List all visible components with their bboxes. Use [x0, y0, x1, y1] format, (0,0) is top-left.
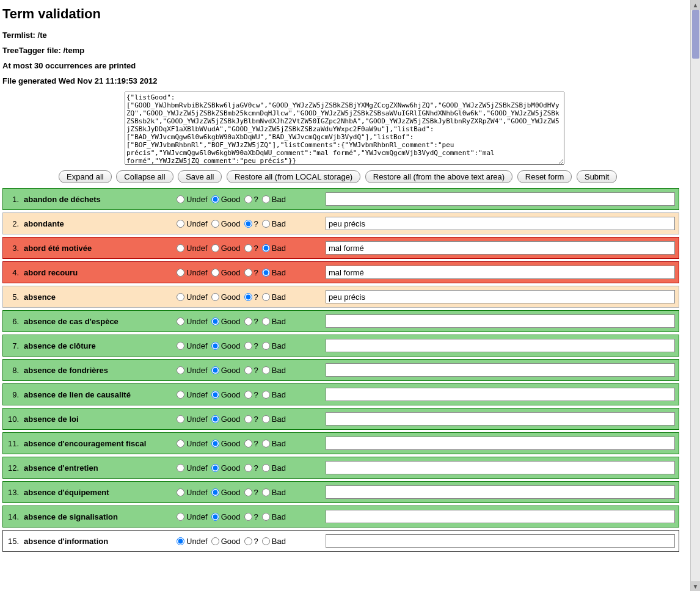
- radio-bof-label[interactable]: ?: [244, 512, 258, 521]
- radio-good[interactable]: [211, 366, 219, 374]
- radio-undef-label[interactable]: Undef: [177, 219, 208, 228]
- radio-bof-label[interactable]: ?: [244, 415, 258, 424]
- radio-bof-label[interactable]: ?: [244, 292, 258, 302]
- radio-good[interactable]: [211, 391, 219, 399]
- comment-input[interactable]: [326, 412, 675, 426]
- radio-good-label[interactable]: Good: [211, 268, 241, 277]
- radio-bof[interactable]: [244, 513, 252, 521]
- radio-undef-label[interactable]: Undef: [177, 439, 208, 448]
- row-term[interactable]: absence d'encouragement fiscal: [21, 439, 174, 448]
- expand-all-button[interactable]: Expand all: [59, 170, 112, 183]
- radio-good-label[interactable]: Good: [211, 244, 241, 253]
- radio-bof[interactable]: [244, 244, 252, 252]
- radio-bof-label[interactable]: ?: [244, 537, 258, 546]
- row-term[interactable]: absence de fondrières: [21, 366, 174, 375]
- row-term[interactable]: absence de clôture: [21, 341, 174, 350]
- radio-bad[interactable]: [262, 391, 270, 399]
- submit-button[interactable]: Submit: [577, 170, 617, 183]
- row-term[interactable]: absence de loi: [21, 415, 174, 424]
- radio-bad[interactable]: [262, 195, 270, 203]
- radio-bad-label[interactable]: Bad: [262, 463, 286, 473]
- comment-input[interactable]: [326, 363, 675, 377]
- radio-good-label[interactable]: Good: [211, 512, 241, 521]
- radio-undef-label[interactable]: Undef: [177, 317, 208, 326]
- radio-good[interactable]: [211, 440, 219, 448]
- radio-bof-label[interactable]: ?: [244, 366, 258, 375]
- radio-bof-label[interactable]: ?: [244, 341, 258, 350]
- radio-good-label[interactable]: Good: [211, 390, 241, 399]
- radio-undef[interactable]: [177, 269, 184, 277]
- radio-good-label[interactable]: Good: [211, 317, 241, 326]
- radio-undef[interactable]: [177, 513, 184, 521]
- radio-bad-label[interactable]: Bad: [262, 390, 286, 399]
- radio-good-label[interactable]: Good: [211, 463, 241, 473]
- row-term[interactable]: absence de signalisation: [21, 512, 174, 521]
- radio-good-label[interactable]: Good: [211, 195, 241, 204]
- json-dump-textarea[interactable]: [125, 92, 564, 165]
- row-term[interactable]: absence de lien de causalité: [21, 390, 174, 399]
- radio-good[interactable]: [211, 415, 219, 423]
- radio-bof-label[interactable]: ?: [244, 268, 258, 277]
- radio-undef[interactable]: [177, 293, 184, 301]
- radio-undef-label[interactable]: Undef: [177, 244, 208, 253]
- radio-bad-label[interactable]: Bad: [262, 488, 286, 497]
- radio-bof[interactable]: [244, 464, 252, 472]
- row-term[interactable]: abandon de déchets: [21, 195, 174, 204]
- radio-undef[interactable]: [177, 244, 184, 252]
- radio-undef[interactable]: [177, 342, 184, 350]
- comment-input[interactable]: [326, 192, 675, 206]
- radio-bad[interactable]: [262, 440, 270, 448]
- radio-bad-label[interactable]: Bad: [262, 268, 286, 277]
- radio-undef[interactable]: [177, 464, 184, 472]
- row-term[interactable]: absence d'information: [21, 537, 174, 546]
- radio-bad[interactable]: [262, 342, 270, 350]
- radio-undef[interactable]: [177, 366, 184, 374]
- radio-good[interactable]: [211, 488, 219, 496]
- collapse-all-button[interactable]: Collapse all: [116, 170, 173, 183]
- radio-bad-label[interactable]: Bad: [262, 244, 286, 253]
- radio-bof[interactable]: [244, 391, 252, 399]
- radio-bad[interactable]: [262, 513, 270, 521]
- scroll-thumb[interactable]: [692, 10, 699, 59]
- radio-good-label[interactable]: Good: [211, 219, 241, 228]
- radio-good[interactable]: [211, 195, 219, 203]
- radio-bof[interactable]: [244, 415, 252, 423]
- radio-bof[interactable]: [244, 293, 252, 301]
- row-term[interactable]: absence d'équipement: [21, 488, 174, 497]
- comment-input[interactable]: [326, 217, 675, 230]
- radio-bof[interactable]: [244, 488, 252, 496]
- radio-bof-label[interactable]: ?: [244, 317, 258, 326]
- radio-undef-label[interactable]: Undef: [177, 195, 208, 204]
- radio-bad-label[interactable]: Bad: [262, 512, 286, 521]
- radio-bof[interactable]: [244, 537, 252, 545]
- radio-bof[interactable]: [244, 342, 252, 350]
- radio-bof-label[interactable]: ?: [244, 390, 258, 399]
- row-term[interactable]: abord recouru: [21, 268, 174, 277]
- radio-bof-label[interactable]: ?: [244, 463, 258, 473]
- radio-good[interactable]: [211, 537, 219, 545]
- scroll-up-icon[interactable]: ▲: [691, 0, 700, 10]
- radio-bof[interactable]: [244, 269, 252, 277]
- radio-good-label[interactable]: Good: [211, 488, 241, 497]
- radio-undef-label[interactable]: Undef: [177, 366, 208, 375]
- radio-bof-label[interactable]: ?: [244, 488, 258, 497]
- radio-good-label[interactable]: Good: [211, 341, 241, 350]
- radio-good[interactable]: [211, 269, 219, 277]
- radio-undef-label[interactable]: Undef: [177, 341, 208, 350]
- radio-good-label[interactable]: Good: [211, 366, 241, 375]
- radio-good-label[interactable]: Good: [211, 415, 241, 424]
- comment-input[interactable]: [326, 314, 675, 328]
- radio-undef-label[interactable]: Undef: [177, 390, 208, 399]
- radio-good-label[interactable]: Good: [211, 292, 241, 302]
- row-term[interactable]: abord été motivée: [21, 244, 174, 253]
- row-term[interactable]: absence: [21, 292, 174, 302]
- radio-bad[interactable]: [262, 415, 270, 423]
- radio-undef[interactable]: [177, 195, 184, 203]
- radio-good-label[interactable]: Good: [211, 537, 241, 546]
- radio-bof[interactable]: [244, 195, 252, 203]
- radio-bad-label[interactable]: Bad: [262, 537, 286, 546]
- radio-undef[interactable]: [177, 415, 184, 423]
- radio-bad-label[interactable]: Bad: [262, 317, 286, 326]
- radio-good[interactable]: [211, 464, 219, 472]
- radio-bad[interactable]: [262, 317, 270, 325]
